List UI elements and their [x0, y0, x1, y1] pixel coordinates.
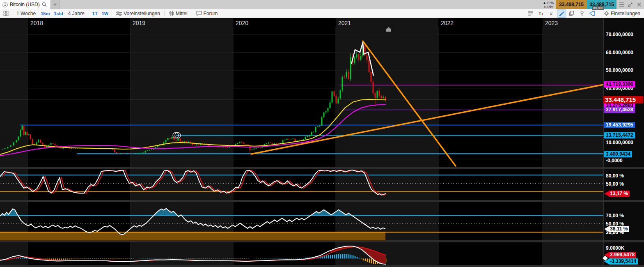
- anchor-point-icon[interactable]: [578, 9, 587, 18]
- range-button[interactable]: 4 Jahre: [66, 9, 87, 18]
- layout-grid-icon[interactable]: [1, 9, 10, 18]
- timeframe-1t-button[interactable]: 1T: [91, 11, 99, 16]
- time-axis-year-label: 2022: [441, 20, 454, 26]
- tab-title: Bitcoin (USD): [10, 2, 40, 7]
- price-axis-badge: 2.969,5478: [604, 252, 636, 258]
- candles-icon: [169, 11, 174, 16]
- forum-button[interactable]: Forum: [194, 9, 220, 18]
- grid-tool-button[interactable]: #: [547, 9, 556, 18]
- candle-interval-button[interactable]: 1 Woche: [14, 9, 38, 18]
- sliders-icon: [116, 11, 122, 16]
- search-icon[interactable]: [42, 2, 47, 7]
- window-controls: [616, 0, 644, 9]
- tab-number-badge: 1: [2, 2, 8, 7]
- price-axis-pane[interactable]: 70.000,000060.000,000050.000,000040.000,…: [603, 18, 644, 267]
- change-percent: ▲ 0 %: [543, 1, 554, 5]
- price-axis-label: 50,00 %: [606, 221, 624, 227]
- add-tab-button[interactable]: +: [51, 0, 60, 9]
- gear-icon: [604, 11, 609, 16]
- price-axis-label: 60.000,0000: [606, 50, 633, 55]
- indicators-label: Mittel: [176, 11, 188, 16]
- change-points: 0 Pkt.: [543, 5, 554, 9]
- presets-button[interactable]: Voreinstellungen: [114, 9, 163, 18]
- popout-icon[interactable]: [627, 1, 634, 8]
- price-axis-label: 70,00 %: [606, 213, 624, 219]
- price-axis-badge: 13,17 %: [604, 191, 630, 197]
- price-axis-badge: 19.453,9295: [604, 122, 635, 128]
- menu-icon[interactable]: [618, 1, 625, 8]
- settings-label: Einstellungen: [611, 11, 640, 16]
- price-axis-label: 50.000,0000: [606, 67, 633, 73]
- toolbar-separator: [12, 10, 12, 16]
- text-tool-button[interactable]: Tт: [536, 9, 545, 18]
- price-axis-label: 70.000,0000: [606, 32, 633, 37]
- indicators-button[interactable]: Mittel: [166, 9, 190, 18]
- spread-badge: 80,000: [592, 6, 604, 10]
- forum-label: Forum: [204, 11, 218, 16]
- close-icon[interactable]: [635, 1, 642, 8]
- time-axis-year-label: 2019: [133, 20, 145, 26]
- draw-tool-button[interactable]: [557, 9, 566, 18]
- price-axis-badge: 27.917,4528: [604, 107, 635, 113]
- cursor-mode-icon[interactable]: [588, 9, 597, 18]
- toolbar-separator: [599, 10, 599, 16]
- toolbar-separator: [112, 10, 112, 16]
- main-toolbar: 1 Woche 15m 1std 4 Jahre 1T 1W Voreinste…: [0, 9, 644, 18]
- price-axis-badge: 41.719,3396: [604, 81, 635, 87]
- price-axis-label: 10.000,0000: [606, 140, 633, 145]
- price-axis-label: -0,0000: [606, 158, 623, 163]
- timeframe-15m-button[interactable]: 15m: [39, 11, 51, 16]
- price-axis-badge: 13.715,4472: [604, 132, 635, 138]
- time-axis-year-label: 2018: [30, 20, 43, 26]
- layers-icon[interactable]: [567, 9, 576, 18]
- price-axis-badge: 33.448,715: [603, 96, 643, 104]
- time-axis-year-label: 2023: [545, 20, 558, 26]
- chart-area: 201820192020202120222023 70.000,000060.0…: [0, 18, 644, 267]
- toolbar-separator: [192, 10, 192, 16]
- timeframe-1w-button[interactable]: 1W: [100, 11, 110, 16]
- time-axis-year-label: 2021: [338, 20, 351, 26]
- align-justify-icon[interactable]: [526, 9, 535, 18]
- presets-label: Voreinstellungen: [124, 11, 160, 16]
- toolbar-separator: [164, 10, 165, 16]
- price-axis-badge: -3.339,5414: [604, 258, 638, 265]
- price-axis-badge: 38,11 %: [604, 226, 629, 232]
- change-indicator: ▲ 0 % 0 Pkt.: [543, 0, 556, 9]
- price-axis-label: 80,00 %: [606, 173, 624, 179]
- toolbar-separator: [89, 10, 89, 16]
- timeframe-1std-button[interactable]: 1std: [52, 11, 65, 16]
- tabbar-spacer: [60, 0, 543, 9]
- window-titlebar: 1 Bitcoin (USD) + ▲ 0 % 0 Pkt. 33.408,71…: [0, 0, 644, 9]
- bid-price-box[interactable]: 33.408,715: [556, 0, 587, 9]
- price-axis-label: 9.0000K: [606, 245, 624, 251]
- tab-bitcoin-usd[interactable]: 1 Bitcoin (USD): [0, 0, 51, 9]
- price-axis-label: 50,00 %: [606, 181, 624, 187]
- toolbar-right-group: Tт # Einstellungen: [526, 9, 643, 18]
- price-axis-badge: 3.400,9434: [604, 151, 632, 157]
- speech-bubble-icon: [196, 11, 202, 16]
- time-axis-year-label: 2020: [236, 20, 248, 26]
- chart-canvas[interactable]: 201820192020202120222023: [0, 18, 644, 267]
- settings-button[interactable]: Einstellungen: [601, 9, 643, 18]
- pen-icon: [559, 11, 564, 16]
